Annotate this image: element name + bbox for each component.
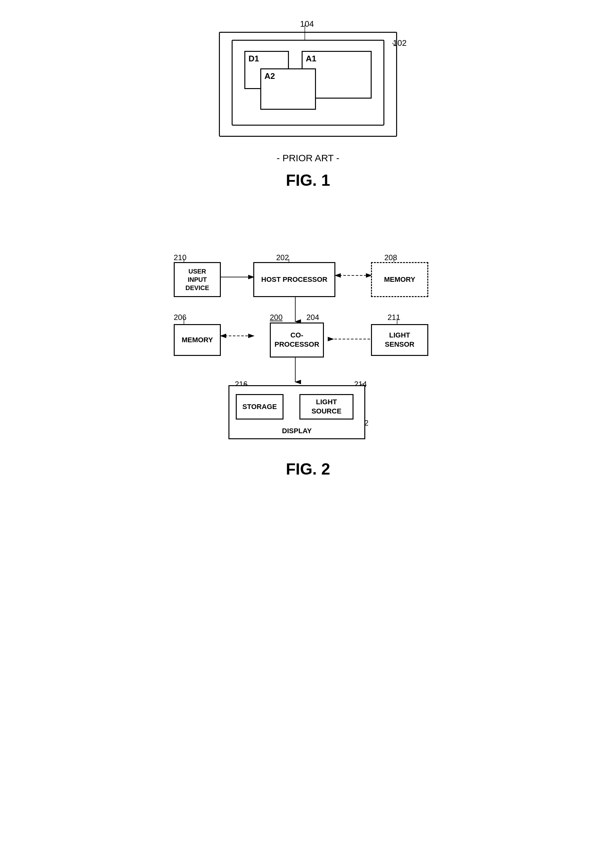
fig2-title: FIG. 2 xyxy=(286,460,330,478)
ref-204: 204 xyxy=(306,313,319,322)
co-processor-box: CO-PROCESSOR xyxy=(270,323,324,357)
fig1-section: 104 102 D1 A1 A2 xyxy=(209,19,407,190)
ref-202: 202 xyxy=(276,253,289,262)
user-input-device-box: USERINPUTDEVICE xyxy=(174,262,221,297)
ref-208: 208 xyxy=(384,253,397,262)
light-sensor-label: LIGHTSENSOR xyxy=(385,331,415,349)
page-container: 104 102 D1 A1 A2 xyxy=(0,0,616,847)
memory-208-box: MEMORY xyxy=(371,262,428,297)
label-a2: A2 xyxy=(264,71,275,81)
light-source-label: LIGHTSOURCE xyxy=(312,398,341,416)
host-processor-label: HOST PROCESSOR xyxy=(261,275,327,284)
ref-200: 200 xyxy=(270,313,282,322)
ref-211: 211 xyxy=(387,313,400,322)
co-processor-label: CO-PROCESSOR xyxy=(275,331,319,349)
box-a2: A2 xyxy=(260,68,316,110)
memory-206-label: MEMORY xyxy=(182,336,213,345)
fig2-diagram: 210 202 208 206 200 204 211 216 214 212 xyxy=(165,234,451,450)
fig2-section: 210 202 208 206 200 204 211 216 214 212 xyxy=(165,234,451,478)
ref-104: 104 xyxy=(300,19,314,29)
fig1-diagram: 104 102 D1 A1 A2 xyxy=(209,19,407,146)
label-a1: A1 xyxy=(306,54,316,63)
memory-208-label: MEMORY xyxy=(384,275,415,284)
prior-art-label: - PRIOR ART - xyxy=(276,153,339,164)
label-d1: D1 xyxy=(248,54,259,63)
ref-206: 206 xyxy=(174,313,186,322)
light-sensor-box: LIGHTSENSOR xyxy=(371,324,428,356)
storage-box: STORAGE xyxy=(236,394,284,419)
light-source-box: LIGHTSOURCE xyxy=(300,394,353,419)
fig1-title: FIG. 1 xyxy=(286,171,330,190)
display-label: DISPLAY xyxy=(229,426,364,436)
ref-210: 210 xyxy=(174,253,186,262)
display-outer-box: STORAGE LIGHTSOURCE DISPLAY xyxy=(229,385,365,439)
memory-206-box: MEMORY xyxy=(174,324,221,356)
storage-label: STORAGE xyxy=(242,402,277,412)
host-processor-box: HOST PROCESSOR xyxy=(253,262,335,297)
user-input-device-label: USERINPUTDEVICE xyxy=(186,267,209,292)
